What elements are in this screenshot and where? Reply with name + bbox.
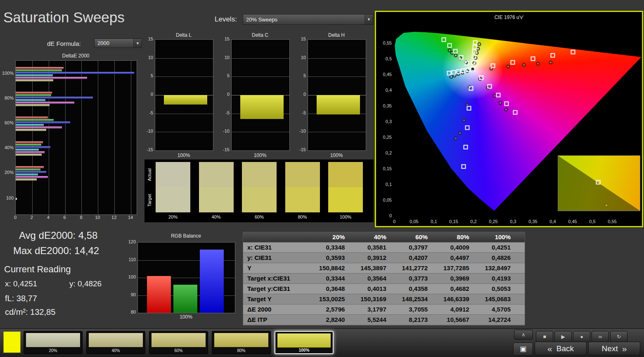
cie-diagram-plot: 000,050,050,10,10,150,150,20,20,250,250,… — [376, 12, 642, 226]
axis-tick-label: 0,05 — [406, 219, 422, 224]
axis-tick-label: 0,35 — [376, 103, 392, 108]
axis-tick-label: 8 — [77, 215, 85, 220]
measurement-marker — [536, 62, 540, 65]
measurement-marker — [454, 53, 457, 57]
cell-value: 8,2173 — [400, 315, 442, 325]
axis-tick-label: 15 — [220, 36, 230, 41]
pattern-button-20%[interactable]: 20% — [24, 331, 83, 354]
pattern-button-100%[interactable]: 100% — [275, 331, 334, 354]
cell-value: 14,2724 — [483, 315, 525, 325]
bar — [16, 154, 42, 156]
levels-label: Levels: — [215, 15, 237, 24]
row-label: Target y:CIE31 — [243, 284, 317, 294]
bar — [16, 77, 87, 79]
target-marker — [596, 180, 601, 184]
record-button[interactable]: ● — [573, 331, 590, 343]
swatch-pair-20% — [156, 162, 190, 212]
axis-tick-label: 12 — [110, 215, 118, 220]
pattern-button-80%[interactable]: 80% — [212, 331, 271, 354]
bar — [16, 126, 62, 129]
measurement-marker — [522, 63, 526, 67]
swatch-target — [328, 187, 363, 212]
row-label: Target x:CIE31 — [243, 274, 317, 283]
delta-c-title: Delta C — [231, 32, 289, 38]
swatch-level-label: 20% — [156, 214, 190, 219]
row-label: y: CIE31 — [243, 253, 317, 263]
target-marker — [447, 71, 451, 75]
back-button[interactable]: «Back — [535, 342, 587, 355]
measurement-marker — [448, 49, 452, 52]
target-marker — [463, 145, 468, 149]
play-button[interactable]: ▶ — [554, 331, 572, 343]
pattern-button-40%[interactable]: 40% — [86, 331, 145, 354]
swatch-actual — [328, 162, 363, 187]
axis-tick-label: 0 — [386, 219, 402, 224]
target-marker — [471, 60, 476, 65]
stop-large-button[interactable]: ▣ — [513, 343, 533, 356]
axis-tick-label: -15 — [220, 147, 230, 152]
measurement-marker — [499, 101, 502, 105]
levels-dropdown[interactable]: 20% Sweeps ▼ — [243, 14, 373, 25]
axis-tick-label: 60% — [1, 120, 14, 125]
refresh-button[interactable]: ↻ — [610, 331, 627, 343]
target-marker — [447, 43, 452, 48]
bar — [16, 119, 54, 121]
axis-tick-label: -10 — [143, 129, 153, 133]
target-marker — [504, 102, 509, 106]
next-button[interactable]: Next» — [588, 342, 640, 355]
de-formula-dropdown[interactable]: 2000 ▼ — [94, 38, 142, 48]
pattern-swatch — [89, 333, 143, 347]
target-marker — [551, 53, 555, 57]
current-reading-cdm2: cd/m²: 132,85 — [5, 307, 55, 317]
measurement-marker — [462, 119, 466, 122]
cell-value: 0,3564 — [359, 274, 400, 283]
delta-l-chart: Delta L 100% 151050-5-10-15 — [143, 32, 214, 159]
axis-tick-label: 80% — [1, 95, 14, 100]
pattern-label: 80% — [212, 348, 270, 353]
swatch-level-label: 40% — [199, 214, 234, 219]
current-reading-x: x: 0,4251 — [5, 279, 37, 288]
swatch-target — [242, 187, 277, 212]
app-root: Saturation Sweeps dE Formula: 2000 ▼ Lev… — [0, 0, 644, 357]
stop-button[interactable]: ■ — [536, 331, 553, 343]
axis-tick-label: 0 — [143, 92, 153, 97]
cell-value: 0,3773 — [400, 274, 442, 283]
measurement-marker — [507, 65, 510, 69]
swatch-target — [199, 187, 234, 212]
gridline — [155, 58, 213, 59]
actual-row-label: Actual — [147, 163, 152, 187]
chevron-down-icon: ▼ — [365, 14, 373, 24]
collapse-button[interactable]: ∧ — [514, 330, 533, 340]
pattern-label: 100% — [275, 348, 333, 352]
measurement-marker — [477, 43, 481, 46]
current-reading-y: y: 0,4826 — [69, 279, 102, 288]
pattern-button-60%[interactable]: 60% — [149, 331, 208, 354]
cell-value: 0,4251 — [483, 243, 525, 252]
continuous-button[interactable]: ∞ — [592, 331, 609, 343]
cell-value: 150,8842 — [317, 263, 359, 273]
gridline — [308, 132, 366, 132]
target-marker — [472, 45, 477, 49]
active-color-swatch[interactable] — [3, 331, 21, 353]
bar — [16, 141, 43, 143]
bottom-toolbar: 20%40%60%80%100%∧■▶●∞↻▣«BackNext» — [0, 328, 644, 357]
swatch-actual — [199, 162, 234, 187]
axis-tick-label: 10 — [296, 55, 306, 60]
bar — [16, 171, 46, 173]
cell-value: 0,4826 — [483, 253, 525, 263]
table-row: Target x:CIE310,33440,35640,37730,39690,… — [243, 274, 525, 284]
axis-tick-label: 40% — [1, 145, 14, 150]
zoom-inset — [558, 155, 640, 211]
back-label: Back — [556, 344, 574, 353]
bar — [16, 198, 17, 200]
cell-value: 0,4358 — [400, 284, 442, 294]
cell-value: 5,5244 — [359, 315, 400, 325]
bar — [317, 95, 360, 114]
target-marker — [462, 164, 466, 169]
bar — [16, 117, 48, 119]
swatch-pair-60% — [242, 162, 277, 212]
target-marker — [488, 84, 492, 89]
axis-tick-label: 0 — [376, 213, 392, 218]
target-marker — [467, 106, 471, 110]
target-marker — [471, 54, 476, 59]
